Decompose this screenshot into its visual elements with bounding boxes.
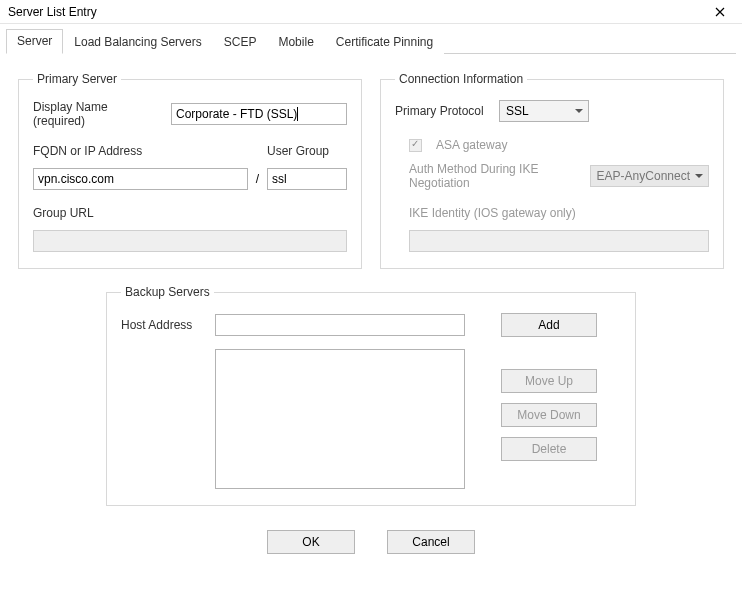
backup-servers-group: Backup Servers Host Address Add Move Up … [106, 285, 636, 506]
primary-protocol-label: Primary Protocol [395, 104, 491, 118]
tab-cert-pinning[interactable]: Certificate Pinning [325, 30, 444, 54]
primary-protocol-value: SSL [499, 100, 589, 122]
move-down-button: Move Down [501, 403, 597, 427]
tab-mobile[interactable]: Mobile [267, 30, 324, 54]
cancel-button[interactable]: Cancel [387, 530, 475, 554]
tab-content: Primary Server Display Name (required) C… [0, 54, 742, 564]
auth-method-label: Auth Method During IKE Negotiation [409, 162, 582, 190]
primary-server-group: Primary Server Display Name (required) C… [18, 72, 362, 269]
primary-protocol-select[interactable]: SSL [499, 100, 589, 122]
tab-strip: Server Load Balancing Servers SCEP Mobil… [6, 28, 736, 54]
fqdn-label: FQDN or IP Address [33, 144, 259, 158]
titlebar: Server List Entry [0, 0, 742, 24]
tab-scep[interactable]: SCEP [213, 30, 268, 54]
asa-gateway-label: ASA gateway [436, 138, 507, 152]
close-button[interactable] [704, 1, 736, 23]
display-name-value: Corporate - FTD (SSL) [176, 107, 297, 121]
connection-info-legend: Connection Information [395, 72, 527, 86]
group-url-label: Group URL [33, 206, 94, 220]
backup-servers-list[interactable] [215, 349, 465, 489]
tab-server[interactable]: Server [6, 29, 63, 54]
text-caret [297, 107, 298, 121]
add-button[interactable]: Add [501, 313, 597, 337]
window-title: Server List Entry [8, 5, 704, 19]
asa-gateway-checkbox [409, 139, 422, 152]
group-url-input [33, 230, 347, 252]
auth-method-select: EAP-AnyConnect [590, 165, 709, 187]
fqdn-input[interactable] [33, 168, 248, 190]
auth-method-value: EAP-AnyConnect [590, 165, 709, 187]
tab-load-balancing[interactable]: Load Balancing Servers [63, 30, 212, 54]
display-name-label: Display Name (required) [33, 100, 163, 128]
dialog-footer: OK Cancel [18, 530, 724, 554]
ike-identity-label: IKE Identity (IOS gateway only) [409, 206, 576, 220]
display-name-input[interactable]: Corporate - FTD (SSL) [171, 103, 347, 125]
host-address-label: Host Address [121, 318, 207, 332]
move-up-button: Move Up [501, 369, 597, 393]
close-icon [715, 7, 725, 17]
primary-server-legend: Primary Server [33, 72, 121, 86]
user-group-label: User Group [267, 144, 347, 158]
connection-info-group: Connection Information Primary Protocol … [380, 72, 724, 269]
host-address-input[interactable] [215, 314, 465, 336]
ike-identity-input [409, 230, 709, 252]
user-group-input[interactable] [267, 168, 347, 190]
fqdn-separator: / [256, 172, 259, 186]
delete-button: Delete [501, 437, 597, 461]
backup-servers-legend: Backup Servers [121, 285, 214, 299]
ok-button[interactable]: OK [267, 530, 355, 554]
